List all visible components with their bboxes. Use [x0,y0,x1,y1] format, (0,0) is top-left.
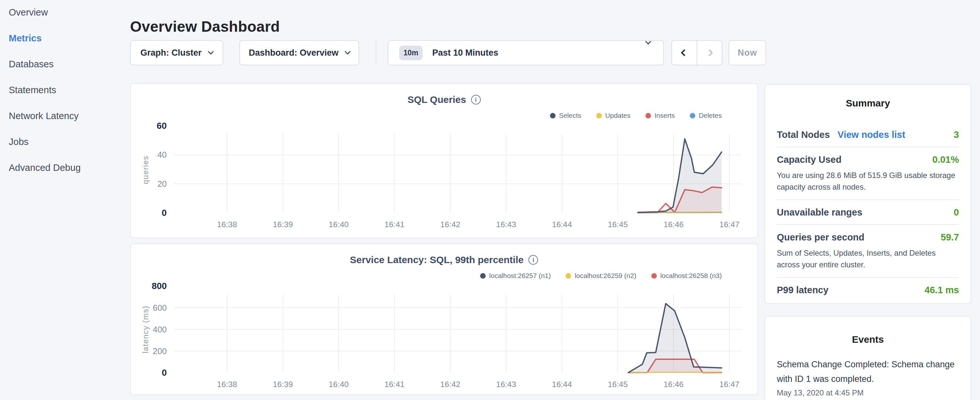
svg-text:800: 800 [152,281,167,291]
summary-row: P99 latency46.1 ms [777,277,959,302]
svg-text:16:47: 16:47 [719,380,739,389]
events-list: Schema Change Completed: Schema change w… [777,357,959,397]
sidebar-item-metrics[interactable]: Metrics [0,32,123,45]
summary-desc: Sum of Selects, Updates, Inserts, and De… [777,247,959,271]
sql-queries-plot[interactable]: 16:3816:3916:4016:4116:4216:4316:4416:45… [131,84,757,237]
svg-text:200: 200 [153,347,167,356]
events-panel: Events Schema Change Completed: Schema c… [765,316,971,400]
prev-time-button[interactable] [672,41,697,65]
svg-text:16:42: 16:42 [440,220,460,229]
sidebar-item-network-latency[interactable]: Network Latency [0,109,123,122]
sidebar-item-advanced-debug[interactable]: Advanced Debug [0,161,123,174]
service-latency-plot[interactable]: 16:3816:3916:4016:4116:4216:4316:4416:45… [131,244,757,395]
time-range-label: Past 10 Minutes [432,48,498,58]
dashboard-dropdown[interactable]: Dashboard: Overview [239,40,359,65]
svg-text:16:43: 16:43 [496,380,516,389]
svg-text:0: 0 [162,368,167,378]
svg-text:16:38: 16:38 [217,380,237,389]
summary-label: Unavailable ranges [777,207,862,218]
svg-text:16:40: 16:40 [329,220,349,229]
svg-text:queries: queries [141,156,150,184]
summary-value: 46.1 ms [925,285,959,295]
now-button[interactable]: Now [729,40,766,65]
graph-scope-dropdown[interactable]: Graph: Cluster [130,40,223,65]
time-range-badge: 10m [399,46,423,60]
event-timestamp: May 13, 2020 at 4:45 PM [777,388,959,397]
summary-panel: Summary Total NodesView nodes list3Capac… [765,84,971,304]
view-nodes-list-link[interactable]: View nodes list [838,129,905,140]
svg-text:0: 0 [162,208,167,218]
svg-text:16:45: 16:45 [608,380,628,389]
event-item: Schema Change Completed: Schema change w… [777,357,959,397]
svg-text:16:45: 16:45 [608,220,628,229]
summary-row: Total NodesView nodes list3 [777,122,959,147]
graph-scope-dropdown-label: Graph: Cluster [140,48,202,58]
summary-row: Queries per second59.7Sum of Selects, Up… [777,224,959,277]
events-panel-title: Events [765,334,970,345]
svg-text:400: 400 [153,325,167,334]
svg-text:latency (ms): latency (ms) [141,306,150,353]
next-time-button[interactable] [697,41,722,65]
chevron-down-icon [208,49,213,54]
svg-text:16:46: 16:46 [663,380,684,389]
svg-text:16:39: 16:39 [273,220,293,229]
sql-queries-chart-card: SQL Queries i SelectsUpdatesInsertsDelet… [130,83,758,238]
svg-text:16:39: 16:39 [273,380,293,389]
chevron-right-icon [706,49,713,57]
svg-text:16:44: 16:44 [552,380,572,389]
chevron-left-icon [681,49,688,57]
svg-text:60: 60 [157,121,167,131]
summary-value: 59.7 [941,232,959,243]
sidebar-item-overview[interactable]: Overview [0,6,123,19]
svg-text:16:43: 16:43 [496,220,516,229]
svg-text:16:47: 16:47 [719,220,740,229]
svg-text:40: 40 [158,150,167,159]
summary-label: P99 latency [777,285,829,295]
svg-text:16:41: 16:41 [384,220,404,229]
svg-text:16:38: 16:38 [217,220,237,229]
summary-value: 3 [954,129,959,140]
service-latency-chart-card: Service Latency: SQL, 99th percentile i … [130,243,758,395]
svg-text:20: 20 [158,179,167,188]
sidebar-item-statements[interactable]: Statements [0,83,123,96]
summary-value: 0 [954,207,959,218]
sidebar-nav: OverviewMetricsDatabasesStatementsNetwor… [0,0,123,187]
time-pager [671,40,722,65]
summary-row: Unavailable ranges0 [777,199,959,224]
summary-desc: You are using 28.6 MiB of 515.9 GiB usab… [777,170,959,193]
svg-text:16:41: 16:41 [384,380,404,389]
page-title: Overview Dashboard [130,18,280,35]
summary-label: Queries per second [777,232,864,243]
sidebar-item-jobs[interactable]: Jobs [0,135,123,148]
svg-text:16:42: 16:42 [440,380,460,389]
event-text: Schema Change Completed: Schema change w… [777,357,959,386]
summary-row: Capacity Used0.01%You are using 28.6 MiB… [777,147,959,199]
summary-label: Capacity Used [777,155,842,165]
summary-panel-title: Summary [765,98,970,109]
dashboard-dropdown-label: Dashboard: Overview [249,48,339,58]
svg-text:600: 600 [153,303,167,312]
summary-label: Total Nodes [777,129,830,140]
time-range-dropdown[interactable]: 10m Past 10 Minutes [388,40,664,65]
summary-rows: Total NodesView nodes list3Capacity Used… [777,122,959,302]
chevron-down-icon [345,49,351,54]
sidebar-item-databases[interactable]: Databases [0,57,123,70]
svg-text:16:44: 16:44 [552,220,572,229]
svg-text:16:40: 16:40 [329,380,349,389]
chevron-down-icon [645,38,651,44]
toolbar-divider [375,40,376,65]
svg-text:16:46: 16:46 [663,220,684,229]
summary-value: 0.01% [932,155,959,165]
